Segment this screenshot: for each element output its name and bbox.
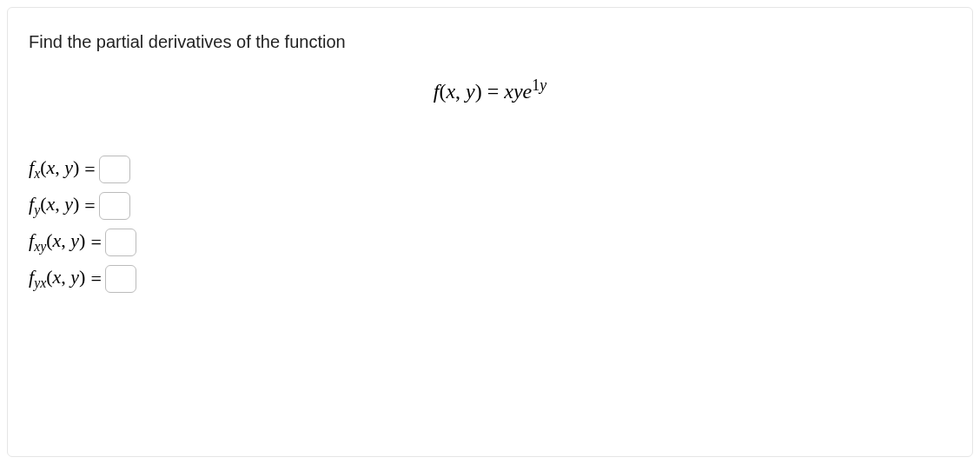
label-fxy: fxy(x, y) [29,229,85,255]
problem-prompt: Find the partial derivatives of the func… [29,32,951,52]
label-fyx: fyx(x, y) [29,266,85,291]
label-fxy-sub: xy [34,240,46,255]
equation-equals: = [482,80,505,103]
answers-block: fx(x, y) = fy(x, y) = fxy(x, y) = fyx(x,… [29,156,951,293]
equation-rhs-coeff: xy [504,80,522,103]
label-fy-args: (x, y) [40,193,79,215]
input-fyx[interactable] [105,265,136,293]
equation-rhs-exp: 1y [532,76,546,94]
row-fyx: fyx(x, y) = [29,265,951,293]
eq-fxy: = [90,231,101,254]
label-fxy-args: (x, y) [46,229,85,251]
eq-fy: = [84,195,95,217]
label-fx: fx(x, y) [29,156,79,182]
input-fy[interactable] [99,192,130,220]
label-fyx-args: (x, y) [46,266,85,288]
row-fxy: fxy(x, y) = [29,229,951,256]
row-fx: fx(x, y) = [29,156,951,183]
problem-card: Find the partial derivatives of the func… [7,7,973,457]
equation-rhs-base: e [523,80,533,103]
input-fx[interactable] [99,156,130,183]
eq-fyx: = [90,268,101,290]
input-fxy[interactable] [105,229,136,256]
label-fyx-sub: yx [34,276,46,291]
equation-lhs-args: (x, y) [439,80,481,103]
eq-fx: = [84,158,95,181]
label-fy: fy(x, y) [29,193,79,218]
label-fx-args: (x, y) [40,156,79,178]
row-fy: fy(x, y) = [29,192,951,220]
function-equation: f(x, y) = xye1y [29,76,951,103]
